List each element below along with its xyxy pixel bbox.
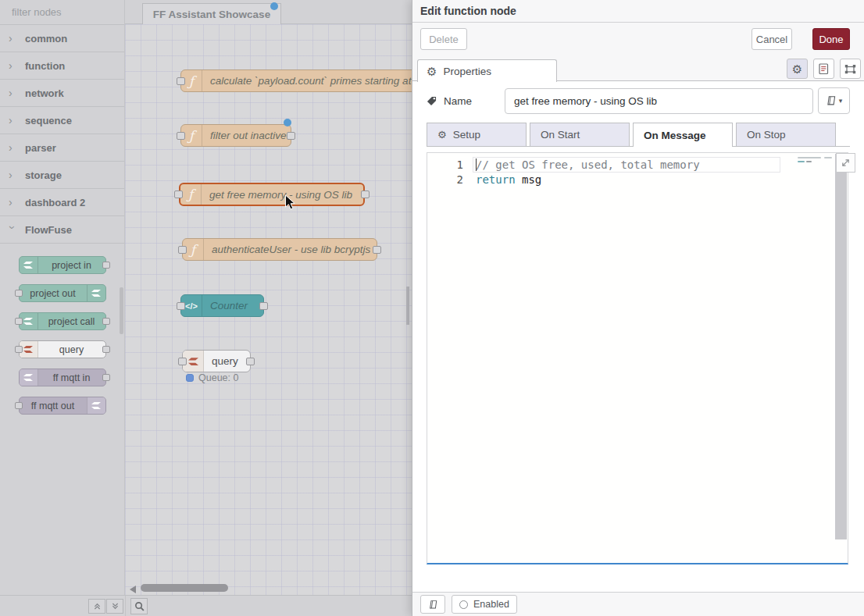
flowfuse-icon [20,257,38,273]
palette-node-ff-mqtt-out[interactable]: ff mqtt out [19,397,106,415]
editor-tab-row: ⚙ Properties ⚙ [412,55,864,81]
palette-category-dashboard2[interactable]: ›dashboard 2 [0,189,124,216]
input-port[interactable] [15,290,23,297]
vertical-scrollbar[interactable] [406,287,409,325]
flow-node-counter[interactable]: </> Counter [180,294,264,317]
node-palette: ›common ›function ›network ›sequence ›pa… [0,0,125,595]
input-port[interactable] [15,402,23,409]
node-properties-button[interactable]: ⚙ [787,59,808,79]
node-output-port[interactable] [246,358,255,365]
node-output-port[interactable] [259,302,268,310]
tray-body: Name ▾ ⚙ Setup On Start On Message [412,81,864,592]
flow-node-get-free-memory[interactable]: ƒ get free memory - using OS lib [179,183,365,206]
node-input-port[interactable] [178,358,187,365]
node-input-port[interactable] [177,302,185,310]
palette-category-network[interactable]: ›network [0,80,124,107]
chevron-right-icon: › [9,32,16,45]
enabled-state-icon [459,600,468,609]
editor-scrollbar[interactable] [835,154,847,539]
node-output-port[interactable] [287,132,295,140]
node-appearance-button[interactable] [840,59,861,79]
caret-down-icon: ▾ [839,97,843,105]
search-flows-button[interactable] [130,598,148,614]
flow-node-query[interactable]: query [182,350,251,372]
palette-node-query[interactable]: query [19,340,106,358]
node-status-text: Queue: 0 [198,372,238,383]
palette-node-project-out[interactable]: project out [19,284,106,302]
palette-category-function[interactable]: ›function [0,52,124,80]
palette-expand-all-button[interactable] [106,599,123,614]
input-port[interactable] [15,318,23,325]
output-port[interactable] [102,262,110,269]
footer-divider [125,596,126,616]
palette-node-label: ff mqtt out [20,397,87,414]
category-label: FlowFuse [25,224,72,236]
flow-tab[interactable]: FF Assistant Showcase [142,3,281,25]
code-editor[interactable]: 1 // get OS free, used, total memory 2 r… [427,152,848,564]
tab-on-start[interactable]: On Start [530,123,630,146]
tab-setup[interactable]: ⚙ Setup [427,123,527,146]
tab-on-message[interactable]: On Message [633,123,733,147]
output-port[interactable] [102,374,110,381]
palette-category-common[interactable]: ›common [0,25,124,52]
library-button[interactable] [420,595,445,614]
flow-node-calculate-primes[interactable]: ƒ calculate `payload.count` primes start… [180,69,412,92]
library-dropdown-button[interactable]: ▾ [818,87,850,114]
workspace-tab-bar: FF Assistant Showcase [125,0,412,24]
delete-button[interactable]: Delete [420,28,467,50]
output-port[interactable] [102,318,110,325]
input-port[interactable] [15,346,23,353]
palette-category-parser[interactable]: ›parser [0,134,124,162]
tab-properties[interactable]: ⚙ Properties [417,59,557,82]
palette-node-label: ff mqtt in [38,369,105,386]
tab-label: On Message [644,130,706,141]
editor-expand-button[interactable] [836,153,855,173]
node-input-port[interactable] [178,246,187,254]
node-input-port[interactable] [174,190,183,198]
tray-title: Edit function node [420,5,516,17]
palette-node-ff-mqtt-in[interactable]: ff mqtt in [19,369,106,386]
line-number: 2 [427,173,463,187]
gear-icon: ⚙ [437,130,447,140]
hscroll-left-arrow[interactable] [130,586,136,593]
tab-label: On Stop [747,129,786,141]
palette-category-flowfuse[interactable]: ›FlowFuse [0,216,124,244]
category-label: sequence [25,115,72,126]
palette-category-storage[interactable]: ›storage [0,162,124,189]
category-label: dashboard 2 [25,197,85,208]
node-output-port[interactable] [373,246,381,254]
mouse-cursor-icon [284,194,296,211]
node-description-button[interactable] [813,59,834,79]
horizontal-scrollbar[interactable] [141,584,228,592]
palette-category-sequence[interactable]: ›sequence [0,107,124,134]
palette-node-project-call[interactable]: project call [19,312,106,330]
function-tabs: ⚙ Setup On Start On Message On Stop [427,123,850,147]
enabled-toggle-button[interactable]: Enabled [452,595,517,614]
node-input-port[interactable] [177,77,185,85]
palette-scrollbar[interactable] [120,287,123,334]
node-input-port[interactable] [177,132,185,140]
output-port[interactable] [102,346,110,353]
cancel-button[interactable]: Cancel [752,28,792,50]
flow-node-filter-out-inactive[interactable]: ƒ filter out inactive [180,124,291,147]
palette-node-project-in[interactable]: project in [19,256,106,274]
name-input[interactable] [505,88,813,114]
palette-flowfuse-nodes: project in project out project call quer… [0,244,124,415]
line-number: 1 [427,158,463,173]
done-button[interactable]: Done [812,28,850,50]
enabled-label: Enabled [473,599,509,610]
palette-collapse-all-button[interactable] [88,599,105,614]
chevron-right-icon: › [9,196,16,208]
node-red-editor: ›common ›function ›network ›sequence ›pa… [0,0,864,616]
flowfuse-icon [87,285,105,301]
chevron-right-icon: › [9,141,16,154]
tab-on-stop[interactable]: On Stop [736,123,836,146]
category-label: function [25,60,65,72]
edit-tray: Edit function node Delete Cancel Done ⚙ … [412,0,864,616]
tray-icon-buttons: ⚙ [787,59,861,79]
editor-footer-bar [0,595,412,616]
chevron-right-icon: › [9,114,16,126]
node-output-port[interactable] [361,190,370,198]
workspace-grid[interactable]: ƒ calculate `payload.count` primes start… [125,24,412,595]
flow-node-authenticate-user[interactable]: ƒ authenticateUser - use lib bcryptjs [182,238,377,261]
